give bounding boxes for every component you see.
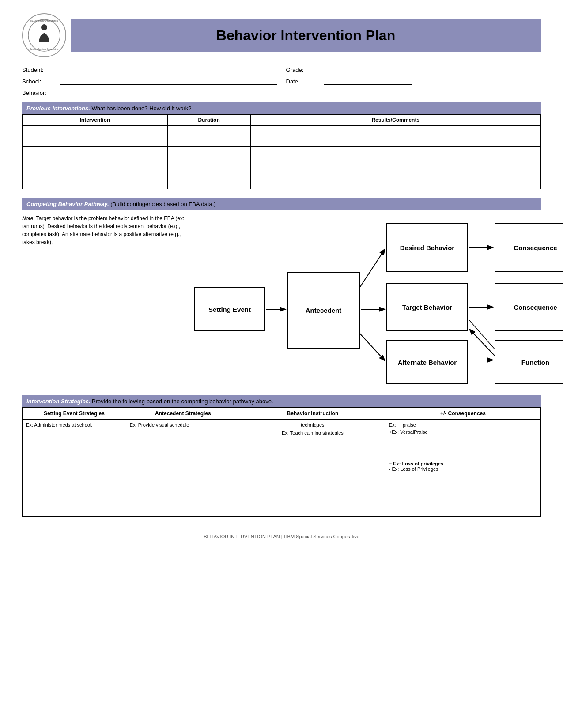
- student-label: Student:: [22, 67, 57, 73]
- date-input[interactable]: [324, 77, 412, 85]
- footer-text: BEHAVIOR INTERVENTION PLAN | HBM Special…: [204, 534, 359, 539]
- behavior-line2: Ex: Teach calming strategies: [244, 430, 382, 435]
- date-label: Date:: [286, 78, 321, 85]
- school-row: School:: [22, 77, 277, 85]
- svg-line-8: [360, 334, 385, 361]
- school-label: School:: [22, 78, 57, 85]
- behavior-label: Behavior:: [22, 90, 57, 96]
- duration-cell[interactable]: [167, 126, 250, 147]
- note-alternate-bold: alternate behavior: [70, 231, 112, 237]
- intervention-cell[interactable]: [23, 126, 168, 147]
- consequence-minus2: - Ex: Loss of Privileges: [389, 466, 537, 472]
- behavior-line1: techniques: [244, 422, 382, 428]
- box-antecedent: Antecedent: [287, 272, 360, 349]
- consequences-cell[interactable]: Ex: praise +Ex: VerbalPraise − Ex: Loss …: [385, 420, 540, 517]
- behavior-example: Ex: Teach calming strategies: [282, 430, 344, 435]
- student-row: Student:: [22, 65, 277, 73]
- col-results: Results/Comments: [250, 115, 540, 126]
- box-alternate-behavior: Alternate Behavior: [386, 340, 468, 384]
- col-antecedent-strat: Antecedent Strategies: [126, 408, 240, 420]
- svg-text:HAMILTON·BOONE·MADIS: HAMILTON·BOONE·MADIS: [30, 20, 58, 23]
- strat-row: Ex: Administer meds at school. Ex: Provi…: [23, 420, 541, 517]
- table-row: [23, 126, 541, 147]
- behavior-row: Behavior:: [22, 88, 541, 96]
- table-row: [23, 147, 541, 168]
- setting-event-example: Ex: Administer meds at school.: [26, 422, 92, 428]
- intervention-cell[interactable]: [23, 147, 168, 168]
- consequence-plus1: Ex: praise: [389, 422, 537, 428]
- pathway-note: Note: Target behavior is the problem beh…: [22, 214, 194, 382]
- table-header-row: Intervention Duration Results/Comments: [23, 115, 541, 126]
- behavior-instruction-cell[interactable]: techniques Ex: Teach calming strategies: [240, 420, 385, 517]
- consequence-minus1: − Ex: Loss of privileges: [389, 461, 537, 466]
- box-consequence-mid: Consequence: [495, 283, 563, 331]
- competing-header: Competing Behavior Pathway. (Build conti…: [22, 198, 541, 210]
- antecedent-example: Ex: Provide visual schedule: [130, 422, 189, 428]
- prev-header-bold: Previous Interventions.: [26, 105, 90, 112]
- logo: HAMILTON·BOONE·MADIS Special Services Co…: [22, 13, 66, 57]
- intervention-strategies-section: Intervention Strategies. Provide the fol…: [22, 395, 541, 517]
- competing-behavior-section: Competing Behavior Pathway. (Build conti…: [22, 198, 541, 382]
- intervention-cell[interactable]: [23, 168, 168, 189]
- col-intervention: Intervention: [23, 115, 168, 126]
- intervention-header-sub: Provide the following based on the compe…: [90, 398, 273, 405]
- box-target-behavior: Target Behavior: [386, 283, 468, 331]
- box-consequence-top: Consequence: [495, 223, 563, 272]
- prev-interventions-table: Intervention Duration Results/Comments: [22, 114, 541, 189]
- svg-point-1: [41, 24, 47, 30]
- page-title: Behavior Intervention Plan: [79, 27, 532, 44]
- student-grade-row: Student: Grade:: [22, 65, 541, 77]
- duration-cell[interactable]: [167, 147, 250, 168]
- table-row: [23, 168, 541, 189]
- previous-interventions-section: Previous Interventions. What has been do…: [22, 102, 541, 189]
- strategies-table: Setting Event Strategies Antecedent Stra…: [22, 407, 541, 517]
- results-cell[interactable]: [250, 168, 540, 189]
- page-header: HAMILTON·BOONE·MADIS Special Services Co…: [22, 13, 541, 57]
- grade-row: Grade:: [286, 65, 541, 73]
- competing-header-bold: Competing Behavior Pathway.: [26, 201, 109, 207]
- col-behavior-instruction: Behavior Instruction: [240, 408, 385, 420]
- prev-header-sub: What has been done? How did it work?: [90, 105, 192, 112]
- consequence-plus2: +Ex: VerbalPraise: [389, 429, 537, 435]
- antecedent-strat-cell[interactable]: Ex: Provide visual schedule: [126, 420, 240, 517]
- col-setting-event-strat: Setting Event Strategies: [23, 408, 126, 420]
- date-row: Date:: [286, 77, 541, 85]
- box-function: Function: [495, 340, 563, 384]
- school-date-row: School: Date:: [22, 77, 541, 88]
- svg-line-13: [469, 320, 495, 349]
- svg-line-12: [469, 329, 495, 356]
- title-block: Behavior Intervention Plan: [71, 19, 541, 52]
- pathway-diagram: Setting Event Antecedent Desired Behavio…: [194, 214, 541, 382]
- page-footer: BEHAVIOR INTERVENTION PLAN | HBM Special…: [22, 530, 541, 539]
- competing-header-sub: (Build contingencies based on FBA data.): [109, 201, 216, 207]
- col-consequences: +/- Consequences: [385, 408, 540, 420]
- box-desired-behavior: Desired Behavior: [386, 223, 468, 272]
- duration-cell[interactable]: [167, 168, 250, 189]
- results-cell[interactable]: [250, 147, 540, 168]
- col-duration: Duration: [167, 115, 250, 126]
- intervention-strategies-header: Intervention Strategies. Provide the fol…: [22, 395, 541, 407]
- note-target-bold: Target behavior: [36, 215, 73, 221]
- student-input[interactable]: [60, 65, 277, 73]
- grade-input[interactable]: [324, 65, 412, 73]
- intervention-header-bold: Intervention Strategies.: [26, 398, 90, 405]
- prev-interventions-header: Previous Interventions. What has been do…: [22, 102, 541, 114]
- note-intro: Note:: [22, 215, 36, 221]
- strat-header-row: Setting Event Strategies Antecedent Stra…: [23, 408, 541, 420]
- svg-text:Special Services Cooperative: Special Services Cooperative: [30, 48, 59, 50]
- student-info-section: Student: Grade: School: Date: Behavior:: [22, 65, 541, 96]
- behavior-input[interactable]: [60, 88, 254, 96]
- school-input[interactable]: [60, 77, 277, 85]
- results-cell[interactable]: [250, 126, 540, 147]
- box-setting-event: Setting Event: [194, 287, 265, 331]
- note-desired-bold: Desired behavior: [47, 223, 87, 229]
- setting-event-strat-cell[interactable]: Ex: Administer meds at school.: [23, 420, 126, 517]
- pathway-container: Note: Target behavior is the problem beh…: [22, 214, 541, 382]
- grade-label: Grade:: [286, 67, 321, 73]
- svg-line-7: [360, 249, 385, 287]
